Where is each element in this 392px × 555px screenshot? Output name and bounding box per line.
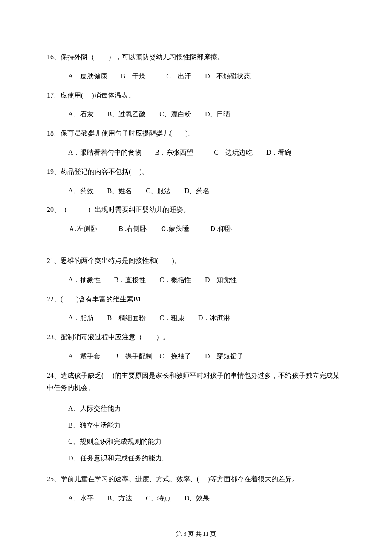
question-22-stem: 22、( )含有丰富的维生素B1． (47, 293, 345, 306)
question-18-stem: 18、保育员教婴儿使用勺子时应提醒婴儿( )。 (47, 127, 345, 140)
question-23-options: A．戴手套 B．裸手配制 C．挽袖子 D．穿短裙子 (47, 350, 345, 363)
question-24-option-c: C、规则意识和完成规则的能力 (68, 434, 345, 450)
question-18-options: A．眼睛看着勺中的食物 B．东张西望 C．边玩边吃 D．看碗 (47, 147, 345, 159)
question-21-stem: 21、思维的两个突出特点是间接性和( )。 (47, 255, 345, 267)
question-19-stem: 19、药品登记的内容不包括( )。 (47, 166, 345, 178)
question-23-stem: 23、配制消毒液过程中应注意（ ）。 (47, 331, 345, 344)
question-24-option-a: A、人际交往能力 (68, 401, 345, 417)
question-24-stem: 24、造成孩子缺乏( )的主要原因是家长和教师平时对孩子的事情包办过多，不给孩子… (47, 370, 345, 394)
question-20-options: Ａ.左侧卧 Ｂ.右侧卧 Ｃ.蒙头睡 Ｄ.仰卧 (47, 223, 345, 235)
page: 16、保持外阴（ ），可以预防婴幼儿习惯性阴部摩擦。 A．皮肤健康 B．干燥 C… (0, 0, 392, 555)
question-20-stem: 20、（ ）出现时需要纠正婴幼儿的睡姿。 (47, 204, 345, 216)
question-24-option-b: B、独立生活能力 (68, 417, 345, 434)
question-17-options: A、石灰 B、过氧乙酸 C、漂白粉 D、日晒 (47, 108, 345, 121)
question-24-option-d: D、任务意识和完成任务的能力。 (68, 450, 345, 466)
question-19-options: A、药效 B、姓名 C、服法 D、药名 (47, 185, 345, 197)
question-25-options: A、水平 B、方法 C、特点 D、效果 (47, 492, 345, 505)
question-24-options: A、人际交往能力 B、独立生活能力 C、规则意识和完成规则的能力 D、任务意识和… (47, 401, 345, 466)
question-16-options: A．皮肤健康 B．干燥 C．出汗 D．不触碰状态 (47, 70, 345, 83)
spacing (47, 242, 345, 255)
question-21-options: A．抽象性 B．直接性 C．概括性 D．知觉性 (47, 274, 345, 286)
page-footer: 第 3 页 共 11 页 (0, 530, 392, 538)
question-17-stem: 17、应使用( )消毒体温表。 (47, 90, 345, 102)
question-22-options: A．脂肪 B．精细面粉 C．粗康 D．冰淇淋 (47, 312, 345, 324)
question-16-stem: 16、保持外阴（ ），可以预防婴幼儿习惯性阴部摩擦。 (47, 51, 345, 64)
question-25-stem: 25、学前儿童在学习的速率、进度、方式、效率、( )等方面都存在着很大的差异。 (47, 473, 345, 486)
